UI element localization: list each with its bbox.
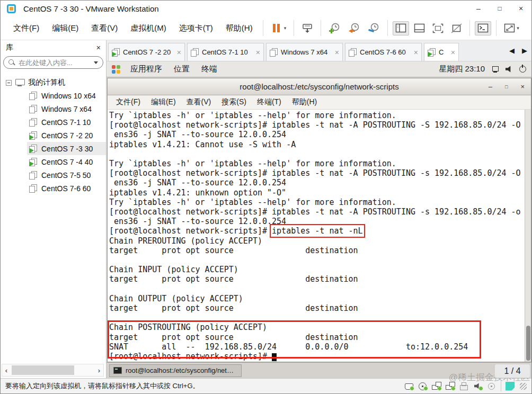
sidebar-vm-item[interactable]: CentOS 7-5 50: [27, 168, 106, 182]
menu-item[interactable]: 选项卡(T): [173, 20, 219, 37]
volume-icon[interactable]: [506, 66, 512, 73]
gnome-menus: 应用程序位置终端: [125, 64, 223, 74]
tab-label: Windows 7 x64: [281, 48, 333, 56]
scrollbar-thumb[interactable]: [526, 326, 530, 361]
terminal-maximize-icon[interactable]: □: [505, 84, 508, 89]
gnome-top-bar: 应用程序位置终端 星期四 23:10: [107, 61, 531, 77]
vm-item-label: CentOS 7 -4 40: [41, 158, 93, 166]
terminal-menu-item[interactable]: 查看(V): [181, 97, 217, 107]
scroll-left-icon[interactable]: ‹: [2, 366, 11, 374]
terminal-title-bar[interactable]: root@localhost:/etc/sysconfig/network-sc…: [108, 78, 531, 95]
resize-grip[interactable]: [520, 383, 527, 390]
dropdown-caret-icon[interactable]: ▾: [517, 25, 519, 31]
toolbar-separator: [496, 20, 496, 36]
tree-root-my-computer[interactable]: 我的计算机: [1, 76, 106, 89]
library-search[interactable]: [3, 56, 103, 69]
search-dropdown-icon[interactable]: [94, 61, 98, 64]
take-snapshot-icon[interactable]: [326, 21, 343, 35]
terminal-menu-item[interactable]: 帮助(H): [287, 97, 322, 107]
pause-icon[interactable]: ▾: [268, 21, 289, 35]
snapshot-manager-icon[interactable]: [365, 21, 383, 35]
tab-close-icon[interactable]: ×: [451, 48, 455, 57]
sidebar-vm-item[interactable]: Windows 7 x64: [27, 102, 106, 115]
send-ctrl-alt-del-icon[interactable]: [299, 21, 316, 35]
sidebar-vm-item[interactable]: CentOS 7 -3 30: [27, 142, 106, 155]
hard-disk-icon[interactable]: [404, 382, 414, 390]
toolbar-separator: [387, 20, 388, 36]
terminal-menubar: 文件(F)编辑(E)查看(V)搜索(S)终端(T)帮助(H): [108, 95, 531, 110]
terminal-menu-item[interactable]: 终端(T): [252, 97, 287, 107]
vm-tab[interactable]: CentOS 7 -2 20 ×: [108, 43, 185, 61]
menu-toolbar-row: 文件(F)编辑(E)查看(V)虚拟机(M)选项卡(T)帮助(H) ▾: [1, 16, 531, 40]
applications-icon[interactable]: [112, 65, 120, 74]
terminal-menu-item[interactable]: 编辑(E): [146, 97, 181, 107]
search-input[interactable]: [19, 59, 94, 67]
vm-icon: [29, 145, 37, 153]
network-adapter-icon[interactable]: [432, 382, 441, 390]
tab-label: CentOS 7 -2 20: [123, 48, 175, 56]
vm-tab[interactable]: CentOS 7-1 10 ×: [187, 43, 264, 61]
terminal-output[interactable]: Try `iptables -h' or 'iptables --help' f…: [109, 111, 524, 361]
cdrom-icon[interactable]: [418, 382, 428, 390]
vm-tab[interactable]: CentOS 7-6 60 ×: [345, 43, 422, 61]
tab-scroll-left-icon[interactable]: ◀: [509, 47, 515, 55]
revert-snapshot-icon[interactable]: [345, 21, 363, 35]
tab-close-icon[interactable]: ×: [177, 48, 181, 57]
tab-close-icon[interactable]: ×: [256, 48, 260, 57]
power-icon[interactable]: [519, 66, 526, 73]
library-sidebar: 库 × 我的计算机 Windows 10 x64: [1, 40, 107, 378]
close-button[interactable]: ×: [510, 1, 531, 16]
gnome-menu-item[interactable]: 终端: [196, 64, 223, 74]
menu-item[interactable]: 虚拟机(M): [124, 20, 173, 37]
tab-close-icon[interactable]: ×: [414, 48, 418, 57]
menu-item[interactable]: 帮助(H): [219, 20, 259, 37]
toolbar-separator: [294, 20, 294, 36]
collapse-icon[interactable]: [6, 80, 12, 86]
maximize-button[interactable]: □: [489, 1, 510, 16]
fullscreen-icon[interactable]: [430, 21, 446, 35]
terminal-scrollbar[interactable]: [525, 110, 531, 362]
gnome-menu-item[interactable]: 位置: [168, 64, 196, 74]
scrollbar-thumb[interactable]: [12, 365, 74, 375]
terminal-close-icon[interactable]: ×: [520, 83, 525, 91]
scroll-right-icon[interactable]: ›: [95, 366, 103, 374]
vm-item-label: CentOS 7 -2 20: [41, 131, 93, 140]
sidebar-vm-item[interactable]: CentOS 7 -2 20: [27, 129, 106, 142]
vm-icon: [29, 118, 37, 126]
tab-label: CentOS 7-6 60: [360, 48, 412, 56]
stretch-guest-icon[interactable]: ▾: [501, 21, 522, 35]
dropdown-caret-icon[interactable]: ▾: [284, 25, 287, 31]
tab-scroll-right-icon[interactable]: ▶: [522, 47, 527, 55]
vm-icon: [191, 48, 199, 56]
terminal-window: root@localhost:/etc/sysconfig/network-sc…: [107, 78, 531, 362]
title-bar: CentOS 7 -3 30 - VMware Workstation – □ …: [1, 1, 531, 16]
unity-mode-icon[interactable]: [448, 21, 465, 35]
sidebar-vm-item[interactable]: CentOS 7-6 60: [27, 182, 106, 195]
menu-item[interactable]: 文件(F): [7, 20, 46, 37]
minimize-button[interactable]: –: [468, 1, 489, 16]
menu-item[interactable]: 编辑(E): [46, 20, 85, 37]
sidebar-vm-item[interactable]: Windows 10 x64: [27, 89, 106, 102]
sidebar-vm-item[interactable]: CentOS 7 -4 40: [27, 155, 106, 168]
sidebar-vm-item[interactable]: CentOS 7-1 10: [27, 115, 106, 129]
vm-icon: [270, 48, 278, 56]
terminal-minimize-icon[interactable]: –: [489, 83, 492, 91]
library-panel-icon[interactable]: [393, 21, 409, 35]
clock-label[interactable]: 星期四 23:10: [439, 64, 485, 74]
library-close-icon[interactable]: ×: [96, 43, 101, 52]
console-view-icon[interactable]: [475, 21, 491, 35]
gnome-menu-item[interactable]: 应用程序: [125, 64, 168, 74]
vm-item-label: CentOS 7-6 60: [41, 184, 91, 193]
vm-tab[interactable]: Windows 7 x64 ×: [266, 43, 343, 61]
tab-close-icon[interactable]: ×: [335, 48, 339, 57]
tab-label: CentOS 7-1 10: [202, 48, 254, 56]
menu-item[interactable]: 查看(V): [85, 20, 124, 37]
sidebar-horizontal-scrollbar[interactable]: ‹ ›: [2, 364, 104, 377]
terminal-menu-item[interactable]: 搜索(S): [216, 97, 252, 107]
thumbnail-bar-icon[interactable]: [411, 21, 428, 35]
terminal-menu-item[interactable]: 文件(F): [111, 97, 146, 107]
network-status-icon[interactable]: [492, 66, 499, 73]
taskbar-window-button[interactable]: root@localhost:/etc/sysconfig/net…: [109, 364, 242, 377]
vm-tab[interactable]: C ×: [424, 43, 459, 61]
tree-root-label: 我的计算机: [28, 78, 65, 87]
